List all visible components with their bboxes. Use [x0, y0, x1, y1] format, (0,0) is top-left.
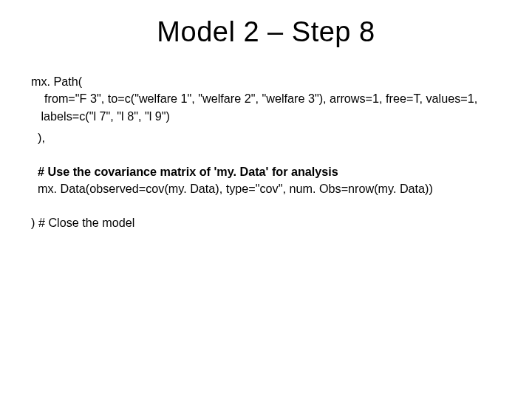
code-line: mx. Data(observed=cov(my. Data), type="c…	[31, 180, 501, 197]
code-line: mx. Path(	[31, 73, 501, 90]
code-block: mx. Path( from="F 3", to=c("welfare 1", …	[31, 73, 501, 231]
code-comment: # Use the covariance matrix of 'my. Data…	[31, 163, 501, 180]
slide: Model 2 – Step 8 mx. Path( from="F 3", t…	[0, 0, 532, 399]
code-line: ),	[31, 129, 501, 146]
code-line: ) # Close the model	[31, 214, 501, 231]
code-line: from="F 3", to=c("welfare 1", "welfare 2…	[31, 90, 501, 107]
code-line: labels=c("l 7", "l 8", "l 9")	[31, 108, 501, 125]
page-title: Model 2 – Step 8	[31, 16, 501, 48]
